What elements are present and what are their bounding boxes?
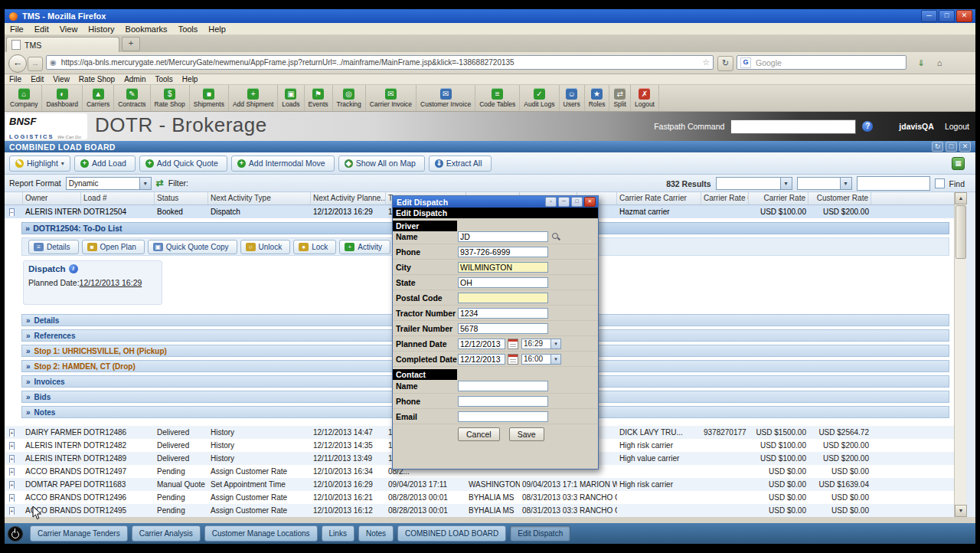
trailer-number-input[interactable] xyxy=(458,323,548,334)
maximize-icon[interactable]: □ xyxy=(939,10,955,22)
app-toolbar-button[interactable]: ✎ Contracts xyxy=(114,85,150,111)
expand-row-button[interactable]: + xyxy=(9,429,15,437)
app-toolbar-button[interactable]: ◎ Tracking xyxy=(333,85,366,111)
portlet-restore-icon[interactable]: □ xyxy=(946,142,957,152)
app-toolbar-button[interactable]: ⚑ Events xyxy=(305,85,333,111)
info-icon[interactable]: i xyxy=(69,264,78,273)
browser-menu-item[interactable]: Bookmarks xyxy=(120,25,173,34)
app-menu-item[interactable]: File xyxy=(5,75,26,83)
app-toolbar-button[interactable]: ▲ Carriers xyxy=(83,85,114,111)
filter-select-2[interactable]: ▾ xyxy=(797,177,852,190)
taskbar-button[interactable]: COMBINED LOAD BOARD xyxy=(397,525,506,542)
col-customer-rate[interactable]: Customer Rate xyxy=(808,192,871,205)
browser-menu-item[interactable]: View xyxy=(54,25,83,34)
todo-action-button[interactable]: ≡ Details xyxy=(28,240,79,254)
planned-date-input[interactable] xyxy=(458,339,505,349)
dialog-close-icon[interactable]: ✕ xyxy=(584,197,596,207)
app-toolbar-button[interactable]: ⌂ Company xyxy=(6,85,42,111)
tab-tms[interactable]: TMS xyxy=(6,37,119,52)
app-menu-item[interactable]: Tools xyxy=(150,75,177,83)
board-action-button[interactable]: + Add Quick Quote xyxy=(139,155,227,172)
google-icon[interactable]: G xyxy=(740,57,751,68)
taskbar-button[interactable]: Links xyxy=(322,525,354,542)
driver-postal-code-input[interactable] xyxy=(458,293,548,303)
dialog-maximize-icon[interactable]: □ xyxy=(571,197,583,207)
app-toolbar-button[interactable]: ★ Roles xyxy=(585,85,610,111)
save-button[interactable]: Save xyxy=(509,427,544,441)
driver-name-input[interactable] xyxy=(458,231,548,242)
todo-action-button[interactable]: ● Lock xyxy=(293,240,336,254)
app-toolbar-button[interactable]: ⇄ Split xyxy=(609,85,631,111)
collapse-row-button[interactable]: − xyxy=(9,208,15,216)
app-toolbar-button[interactable]: ≡ Code Tables xyxy=(475,85,520,111)
expand-row-button[interactable]: + xyxy=(9,468,15,476)
board-action-button[interactable]: + Add Load xyxy=(74,155,136,172)
calendar-icon[interactable] xyxy=(508,339,518,349)
taskbar-button[interactable]: Customer Manage Locations xyxy=(204,525,318,542)
board-action-button[interactable]: + Add Intermodal Move xyxy=(231,155,335,172)
app-toolbar-button[interactable]: ▣ Loads xyxy=(278,85,304,111)
browser-menu-item[interactable]: File xyxy=(5,25,29,34)
planned-date-link[interactable]: 12/12/2013 16:29 xyxy=(80,278,142,287)
todo-action-button[interactable]: + Activity xyxy=(339,240,390,254)
app-toolbar-button[interactable]: ✓ Audit Logs xyxy=(520,85,559,111)
expand-row-button[interactable]: + xyxy=(9,494,15,502)
dialog-pin-icon[interactable]: ▫ xyxy=(545,197,557,207)
search-bar[interactable]: G xyxy=(737,55,906,70)
taskbar-button[interactable]: Edit Dispatch xyxy=(510,525,570,542)
todo-action-button[interactable]: ■ Open Plan xyxy=(82,240,145,254)
portlet-close-icon[interactable]: ✕ xyxy=(959,142,971,152)
table-row[interactable]: + DOMTAR PAPER ... DOTR11683 Manual Quot… xyxy=(5,478,954,491)
expand-row-button[interactable]: + xyxy=(9,455,15,463)
col-load-number[interactable]: Load # xyxy=(81,192,155,205)
fastpath-input[interactable] xyxy=(730,119,856,134)
planned-time-select[interactable]: 16:29▾ xyxy=(521,339,561,349)
portlet-refresh-icon[interactable]: ↻ xyxy=(932,142,943,152)
col-carrier-rate[interactable]: Carrier Rate xyxy=(749,192,808,205)
vertical-scrollbar[interactable]: ▲ ▼ xyxy=(954,192,966,517)
url-input[interactable] xyxy=(60,57,699,67)
expand-row-button[interactable]: + xyxy=(9,481,15,489)
browser-menu-item[interactable]: Help xyxy=(203,25,231,34)
board-maximize-icon[interactable]: ▦ xyxy=(952,157,965,170)
app-toolbar-button[interactable]: ✗ Logout xyxy=(631,85,659,111)
forward-button[interactable]: → xyxy=(28,57,43,71)
contact-name-input[interactable] xyxy=(458,381,548,391)
app-menu-item[interactable]: Edit xyxy=(26,75,48,83)
todo-action-button[interactable]: ○ Unlock xyxy=(240,240,291,254)
filter-select-1[interactable]: ▾ xyxy=(716,177,792,190)
back-button[interactable]: ← xyxy=(8,54,27,73)
site-identity-icon[interactable]: ◉ xyxy=(50,58,57,67)
contact-email-input[interactable] xyxy=(458,411,548,422)
completed-date-input[interactable] xyxy=(458,354,505,365)
browser-menu-item[interactable]: History xyxy=(83,25,119,34)
titlebar[interactable]: TMS - Mozilla Firefox ─ □ ✕ xyxy=(5,9,975,23)
minimize-icon[interactable]: ─ xyxy=(921,10,937,22)
bookmark-star-icon[interactable]: ☆ xyxy=(702,57,710,67)
dialog-titlebar[interactable]: Edit Dispatch ▫ ─ □ ✕ xyxy=(393,196,598,208)
driver-phone-input[interactable] xyxy=(458,247,548,257)
home-icon[interactable]: ⌂ xyxy=(933,57,946,70)
app-toolbar-button[interactable]: ◐ Dashboard xyxy=(42,85,83,111)
col-next-activity-type[interactable]: Next Activity Type xyxy=(208,192,311,205)
find-input[interactable] xyxy=(857,176,930,191)
dialog-minimize-icon[interactable]: ─ xyxy=(558,197,570,207)
col-carrier-rate-carrier[interactable]: Carrier Rate Carrier xyxy=(617,192,701,205)
power-icon[interactable] xyxy=(8,526,23,542)
table-row[interactable]: + ACCO BRANDS (... DOTR12495 Pending Ass… xyxy=(5,504,954,517)
app-menu-item[interactable]: View xyxy=(48,75,74,83)
new-tab-button[interactable]: + xyxy=(122,37,140,51)
tractor-number-input[interactable] xyxy=(458,308,548,319)
cancel-button[interactable]: Cancel xyxy=(458,427,500,441)
driver-state-input[interactable] xyxy=(458,277,548,288)
refresh-report-icon[interactable]: ⇄ xyxy=(156,178,164,188)
help-icon[interactable]: ? xyxy=(862,121,873,132)
app-menu-item[interactable]: Admin xyxy=(119,75,150,83)
browser-menu-item[interactable]: Tools xyxy=(173,25,204,34)
scrollbar-thumb[interactable] xyxy=(956,205,966,259)
find-checkbox[interactable] xyxy=(935,178,945,188)
app-menu-item[interactable]: Rate Shop xyxy=(74,75,119,83)
col-carrier-rate-carrier-2[interactable]: Carrier Rate Carrier xyxy=(701,192,749,205)
todo-action-button[interactable]: ▣ Quick Quote Copy xyxy=(148,240,237,254)
expand-row-button[interactable]: + xyxy=(9,442,15,450)
